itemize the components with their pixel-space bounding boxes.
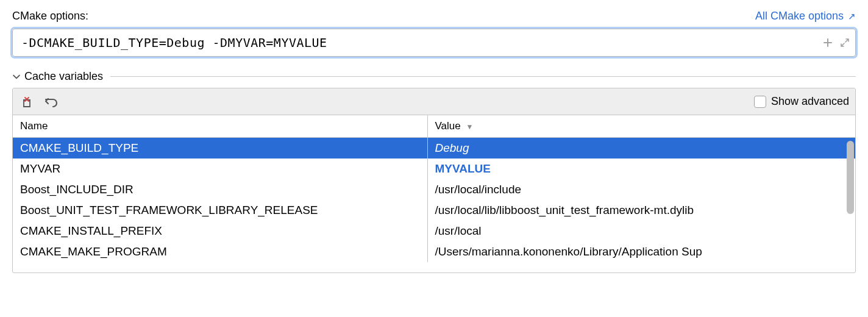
cache-variables-table: Name Value ▼ CMAKE_BUILD_TYPE Debug MYVA… bbox=[13, 115, 855, 262]
table-row[interactable]: CMAKE_BUILD_TYPE Debug bbox=[13, 138, 855, 159]
cell-name[interactable]: CMAKE_INSTALL_PREFIX bbox=[13, 221, 427, 241]
cell-name[interactable]: CMAKE_MAKE_PROGRAM bbox=[13, 241, 427, 262]
show-advanced-label: Show advanced bbox=[771, 95, 849, 108]
cache-variables-panel: Show advanced Name Value ▼ CMAKE_BUILD_T… bbox=[12, 88, 856, 273]
all-cmake-options-link[interactable]: All CMake options ↗ bbox=[755, 10, 856, 23]
all-cmake-options-text: All CMake options bbox=[755, 10, 844, 22]
cell-value[interactable]: /Users/marianna.kononenko/Library/Applic… bbox=[427, 241, 855, 262]
undo-button[interactable] bbox=[42, 93, 60, 111]
table-row[interactable]: Boost_UNIT_TEST_FRAMEWORK_LIBRARY_RELEAS… bbox=[13, 200, 855, 221]
table-row[interactable]: CMAKE_INSTALL_PREFIX /usr/local bbox=[13, 221, 855, 241]
section-divider bbox=[110, 76, 856, 77]
cmake-options-field[interactable] bbox=[12, 29, 856, 57]
cmake-options-input[interactable] bbox=[20, 35, 817, 51]
cache-toolbar: Show advanced bbox=[13, 88, 855, 115]
cell-name[interactable]: Boost_UNIT_TEST_FRAMEWORK_LIBRARY_RELEAS… bbox=[13, 200, 427, 221]
cell-value[interactable]: Debug bbox=[427, 138, 855, 159]
external-link-icon: ↗ bbox=[848, 11, 856, 21]
table-row[interactable]: Boost_INCLUDE_DIR /usr/local/include bbox=[13, 179, 855, 200]
expand-icon[interactable] bbox=[838, 36, 852, 49]
sort-indicator-icon: ▼ bbox=[466, 123, 473, 131]
cell-value[interactable]: /usr/local bbox=[427, 221, 855, 241]
scrollbar-thumb[interactable] bbox=[847, 141, 854, 214]
show-advanced-checkbox[interactable] bbox=[754, 96, 766, 108]
column-header-name[interactable]: Name bbox=[13, 115, 427, 138]
collapse-section-icon[interactable] bbox=[12, 73, 21, 81]
cell-value[interactable]: /usr/local/include bbox=[427, 179, 855, 200]
cache-variables-title: Cache variables bbox=[24, 70, 103, 83]
column-header-value-text: Value bbox=[435, 120, 461, 132]
cell-name[interactable]: Boost_INCLUDE_DIR bbox=[13, 179, 427, 200]
add-icon[interactable] bbox=[821, 36, 834, 49]
column-header-value[interactable]: Value ▼ bbox=[427, 115, 855, 138]
remove-variable-button[interactable] bbox=[19, 93, 37, 111]
cell-name[interactable]: MYVAR bbox=[13, 158, 427, 179]
cell-value[interactable]: /usr/local/lib/libboost_unit_test_framew… bbox=[427, 200, 855, 221]
cell-name[interactable]: CMAKE_BUILD_TYPE bbox=[13, 138, 427, 159]
table-row[interactable]: CMAKE_MAKE_PROGRAM /Users/marianna.konon… bbox=[13, 241, 855, 262]
scrollbar[interactable] bbox=[847, 141, 854, 271]
cmake-options-label: CMake options: bbox=[12, 10, 88, 23]
table-row[interactable]: MYVAR MYVALUE bbox=[13, 158, 855, 179]
cell-value[interactable]: MYVALUE bbox=[427, 158, 855, 179]
